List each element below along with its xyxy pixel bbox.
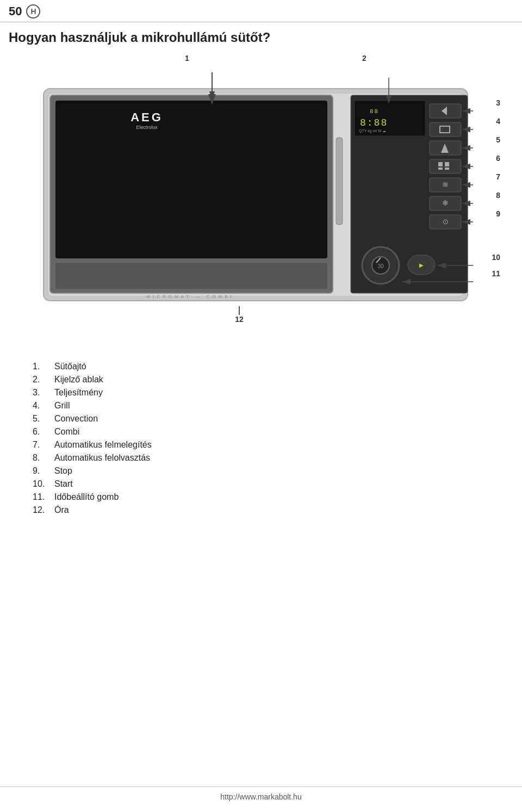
header: 50 H <box>0 0 522 22</box>
list-item: 7. Automatikus felmelegítés <box>33 440 500 450</box>
list-text-11: Időbeállító gomb <box>54 492 119 502</box>
svg-rect-3 <box>55 101 327 258</box>
list-item: 2. Kijelző ablak <box>33 375 500 385</box>
list-num-9: 9. <box>33 466 54 476</box>
diagram-label-1: 1 <box>185 54 189 63</box>
list-text-7: Automatikus felmelegítés <box>54 440 152 450</box>
list-text-2: Kijelző ablak <box>54 375 103 385</box>
svg-text:❄: ❄ <box>442 199 449 207</box>
list-num-12: 12. <box>33 505 54 515</box>
list-text-3: Teljesítmény <box>54 388 103 398</box>
svg-text:Electrolux: Electrolux <box>136 125 158 130</box>
diagram-label-7: 7 <box>496 172 500 181</box>
diagram-label-10: 10 <box>492 253 500 262</box>
svg-rect-23 <box>438 168 443 170</box>
numbered-list: 1. Sütőajtó 2. Kijelző ablak 3. Teljesít… <box>0 356 522 529</box>
diagram-label-11: 11 <box>492 269 500 278</box>
svg-text:QTY  kg  ml  W  ☁: QTY kg ml W ☁ <box>359 129 386 133</box>
list-text-9: Stop <box>54 466 72 476</box>
list-item: 9. Stop <box>33 466 500 476</box>
list-text-10: Start <box>54 479 73 489</box>
diagram-label-5: 5 <box>496 135 500 144</box>
list-num-2: 2. <box>33 375 54 385</box>
list-item: 8. Automatikus felolvasztás <box>33 453 500 463</box>
svg-text:≋: ≋ <box>442 180 449 189</box>
svg-text:⊙: ⊙ <box>443 218 449 226</box>
microwave-diagram: AEG Electrolux 88 8:88 QTY kg ml W ☁ ≋ <box>38 72 484 312</box>
svg-text:88: 88 <box>370 108 379 115</box>
list-text-12: Óra <box>54 505 69 515</box>
footer: http://www.markabolt.hu <box>0 786 522 801</box>
list-text-1: Sütőajtó <box>54 362 86 371</box>
footer-url: http://www.markabolt.hu <box>220 792 301 801</box>
list-num-7: 7. <box>33 440 54 450</box>
svg-rect-22 <box>445 162 449 166</box>
list-text-4: Grill <box>54 401 70 411</box>
list-item: 12. Óra <box>33 505 500 515</box>
list-num-6: 6. <box>33 427 54 437</box>
page-number-box: 50 H <box>9 4 40 18</box>
svg-rect-21 <box>438 162 443 166</box>
svg-rect-5 <box>336 138 343 225</box>
list-item: 6. Combi <box>33 427 500 437</box>
svg-text:8:88: 8:88 <box>360 117 388 128</box>
svg-text:30: 30 <box>377 263 384 269</box>
list-num-4: 4. <box>33 401 54 411</box>
list-num-5: 5. <box>33 414 54 424</box>
diagram-label-3: 3 <box>496 98 500 107</box>
list-text-5: Convection <box>54 414 98 424</box>
svg-text:AEG: AEG <box>130 110 163 124</box>
list-item: 10. Start <box>33 479 500 489</box>
diagram-label-9: 9 <box>496 209 500 218</box>
diagram-section: AEG Electrolux 88 8:88 QTY kg ml W ☁ ≋ <box>16 51 506 356</box>
section-marker: H <box>26 4 40 18</box>
page-number: 50 <box>9 4 22 18</box>
svg-text:MICROMAT — COMBI: MICROMAT — COMBI <box>146 294 234 299</box>
svg-rect-24 <box>445 168 449 170</box>
list-text-8: Automatikus felolvasztás <box>54 453 150 463</box>
list-num-10: 10. <box>33 479 54 489</box>
list-text-6: Combi <box>54 427 79 437</box>
svg-text:▶: ▶ <box>419 262 424 268</box>
diagram-label-8: 8 <box>496 191 500 200</box>
list-item: 5. Convection <box>33 414 500 424</box>
list-num-11: 11. <box>33 492 54 502</box>
list-num-1: 1. <box>33 362 54 371</box>
list-item: 11. Időbeállító gomb <box>33 492 500 502</box>
diagram-label-6: 6 <box>496 154 500 163</box>
list-item: 4. Grill <box>33 401 500 411</box>
diagram-label-4: 4 <box>496 117 500 126</box>
list-num-3: 3. <box>33 388 54 398</box>
list-item: 3. Teljesítmény <box>33 388 500 398</box>
svg-rect-4 <box>55 263 327 289</box>
diagram-label-2: 2 <box>362 54 366 63</box>
svg-rect-16 <box>430 122 461 137</box>
diagram-label-12: 12 <box>235 315 244 324</box>
list-num-8: 8. <box>33 453 54 463</box>
page-title: Hogyan használjuk a mikrohullámú sütőt? <box>0 22 522 51</box>
list-item: 1. Sütőajtó <box>33 362 500 371</box>
